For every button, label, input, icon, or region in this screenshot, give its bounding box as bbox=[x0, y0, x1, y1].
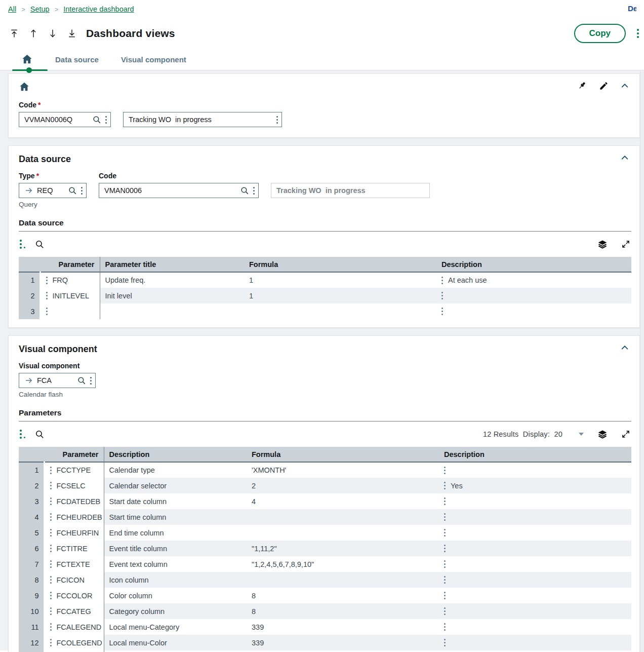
cell-description[interactable] bbox=[439, 572, 631, 588]
column-header[interactable]: Parameter bbox=[44, 447, 104, 462]
row-number[interactable]: 2 bbox=[19, 478, 44, 493]
column-header[interactable]: Parameter title bbox=[100, 257, 244, 272]
cell-formula[interactable]: 4 bbox=[247, 493, 439, 509]
last-record-icon[interactable] bbox=[66, 27, 78, 40]
cell-title[interactable]: Calendar selector bbox=[104, 478, 247, 493]
cell-title[interactable]: End time column bbox=[104, 525, 247, 541]
row-menu-icon[interactable] bbox=[444, 482, 446, 489]
pin-icon[interactable] bbox=[577, 80, 588, 91]
cell-parameter[interactable]: FCCTYPE bbox=[44, 462, 104, 478]
row-menu-icon[interactable] bbox=[50, 623, 52, 631]
first-record-icon[interactable] bbox=[8, 27, 20, 40]
jump-to-icon[interactable] bbox=[24, 186, 33, 195]
cell-parameter[interactable]: FCSELC bbox=[44, 478, 104, 493]
lookup-search-icon[interactable] bbox=[240, 186, 250, 196]
row-menu-icon[interactable] bbox=[444, 529, 446, 536]
cell-formula[interactable]: 2 bbox=[247, 478, 439, 493]
field-menu-icon[interactable] bbox=[253, 187, 255, 195]
tab-visual-component[interactable]: Visual component bbox=[121, 55, 186, 70]
field-menu-icon[interactable] bbox=[276, 116, 278, 124]
cell-title[interactable]: Event title column bbox=[104, 541, 247, 556]
collapse-section-icon[interactable] bbox=[619, 80, 630, 91]
expand-grid-icon[interactable] bbox=[620, 239, 631, 250]
row-number[interactable]: 2 bbox=[19, 288, 40, 303]
column-header[interactable]: Description bbox=[104, 447, 247, 462]
cell-formula[interactable]: 'XMONTH' bbox=[247, 462, 439, 478]
row-menu-icon[interactable] bbox=[50, 639, 52, 646]
cell-formula[interactable]: 339 bbox=[247, 619, 439, 635]
column-header[interactable]: Description bbox=[439, 447, 631, 462]
cell-description[interactable] bbox=[439, 556, 631, 572]
cell-formula[interactable]: 8 bbox=[247, 588, 439, 603]
field-menu-icon[interactable] bbox=[90, 377, 92, 385]
cell-formula[interactable] bbox=[247, 572, 439, 588]
row-number[interactable]: 3 bbox=[19, 303, 40, 319]
column-header[interactable]: Formula bbox=[247, 447, 439, 462]
breadcrumb-link-all[interactable]: All bbox=[8, 5, 16, 13]
cell-formula[interactable]: 1 bbox=[244, 288, 436, 303]
cell-parameter[interactable]: FCALEGEND bbox=[44, 619, 104, 635]
next-record-icon[interactable] bbox=[47, 27, 59, 40]
row-number[interactable]: 1 bbox=[19, 272, 40, 288]
expand-grid-icon[interactable] bbox=[620, 429, 631, 440]
cell-title[interactable]: Color column bbox=[104, 588, 247, 603]
cell-title[interactable]: Start date column bbox=[104, 493, 247, 509]
type-input[interactable]: REQ bbox=[19, 183, 87, 198]
cell-parameter[interactable]: FCTITRE bbox=[44, 541, 104, 556]
cell-description[interactable] bbox=[436, 303, 631, 319]
tab-data-source[interactable]: Data source bbox=[55, 55, 99, 70]
row-menu-icon[interactable] bbox=[46, 308, 48, 315]
more-actions-icon[interactable] bbox=[637, 29, 639, 38]
cell-parameter[interactable]: FCCOLOR bbox=[44, 588, 104, 603]
cell-parameter[interactable]: FCHEURDEB bbox=[44, 509, 104, 525]
row-number[interactable]: 1 bbox=[19, 462, 44, 478]
row-menu-icon[interactable] bbox=[46, 277, 48, 284]
row-menu-icon[interactable] bbox=[444, 467, 446, 474]
cell-parameter[interactable]: FCCATEG bbox=[44, 603, 104, 619]
cell-formula[interactable]: "1,2,4,5,6,7,8,9,10" bbox=[247, 556, 439, 572]
cell-parameter[interactable]: INITLEVEL bbox=[40, 288, 100, 303]
cell-formula[interactable]: 1 bbox=[244, 272, 436, 288]
cell-description[interactable]: Yes bbox=[439, 478, 631, 493]
row-number[interactable]: 10 bbox=[19, 603, 44, 619]
edit-pencil-icon[interactable] bbox=[598, 80, 609, 91]
cell-description[interactable] bbox=[439, 493, 631, 509]
cell-title[interactable]: Calendar type bbox=[104, 462, 247, 478]
code-input[interactable]: VVMAN0006Q bbox=[19, 112, 111, 127]
row-number[interactable]: 7 bbox=[19, 556, 44, 572]
row-menu-icon[interactable] bbox=[50, 467, 52, 474]
jump-to-icon[interactable] bbox=[24, 376, 33, 385]
cell-formula[interactable]: "1,11,2" bbox=[247, 541, 439, 556]
row-menu-icon[interactable] bbox=[444, 623, 446, 631]
cell-formula[interactable] bbox=[247, 525, 439, 541]
row-menu-icon[interactable] bbox=[50, 513, 52, 521]
column-header[interactable]: Parameter bbox=[40, 257, 100, 272]
cell-title[interactable]: Event text column bbox=[104, 556, 247, 572]
cell-description[interactable] bbox=[439, 635, 631, 650]
row-menu-icon[interactable] bbox=[444, 513, 446, 521]
cell-title[interactable]: Icon column bbox=[104, 572, 247, 588]
row-menu-icon[interactable] bbox=[444, 607, 446, 615]
cell-title[interactable]: Init level bbox=[100, 288, 244, 303]
row-number[interactable]: 4 bbox=[19, 509, 44, 525]
cell-parameter[interactable]: FCDATEDEB bbox=[44, 493, 104, 509]
row-number[interactable]: 8 bbox=[19, 572, 44, 588]
cell-description[interactable] bbox=[439, 509, 631, 525]
row-menu-icon[interactable] bbox=[50, 576, 52, 584]
row-menu-icon[interactable] bbox=[444, 639, 446, 646]
cell-formula[interactable]: 339 bbox=[247, 635, 439, 650]
cell-parameter[interactable]: FCICON bbox=[44, 572, 104, 588]
row-menu-icon[interactable] bbox=[441, 277, 443, 284]
row-number[interactable]: 11 bbox=[19, 619, 44, 635]
cell-description[interactable] bbox=[439, 462, 631, 478]
cell-formula[interactable] bbox=[247, 509, 439, 525]
column-header[interactable]: Description bbox=[436, 257, 631, 272]
row-menu-icon[interactable] bbox=[444, 592, 446, 599]
lookup-search-icon[interactable] bbox=[92, 115, 102, 125]
row-menu-icon[interactable] bbox=[441, 292, 443, 299]
row-number[interactable]: 12 bbox=[19, 635, 44, 650]
cell-title[interactable]: Local menu-Color bbox=[104, 635, 247, 650]
collapse-section-icon[interactable] bbox=[619, 342, 630, 353]
row-number[interactable]: 9 bbox=[19, 588, 44, 603]
cell-parameter[interactable]: FCHEURFIN bbox=[44, 525, 104, 541]
